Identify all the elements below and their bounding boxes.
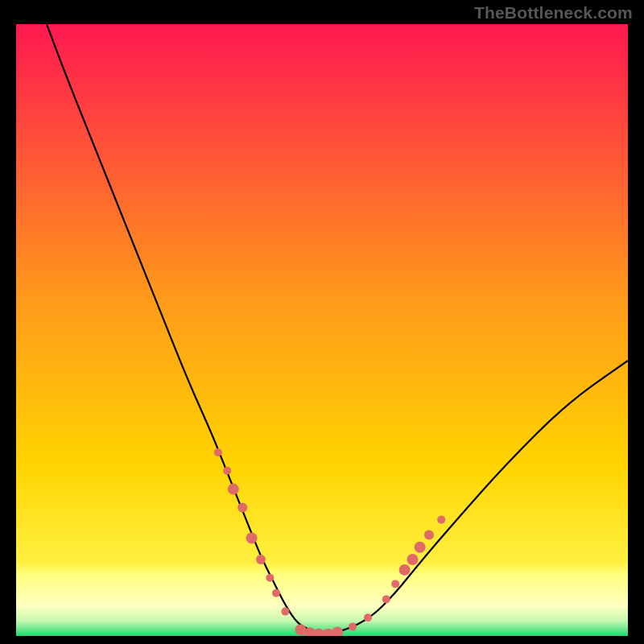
data-point: [391, 580, 399, 588]
watermark-text: TheBottleneck.com: [474, 3, 633, 23]
data-point: [281, 608, 289, 616]
data-point: [266, 574, 274, 582]
data-point: [223, 467, 231, 475]
chart-background: [16, 24, 628, 636]
data-point: [246, 532, 258, 543]
data-point: [399, 564, 411, 576]
data-point: [407, 554, 419, 565]
chart-frame: [16, 24, 628, 636]
data-point: [272, 589, 280, 597]
data-point: [437, 516, 445, 524]
data-point: [256, 555, 266, 564]
data-point: [382, 595, 390, 603]
data-point: [415, 542, 426, 553]
bottleneck-chart: [16, 24, 628, 636]
data-point: [237, 502, 247, 512]
data-point: [424, 530, 434, 540]
data-point: [214, 448, 222, 456]
data-point: [228, 484, 239, 495]
data-point: [349, 623, 357, 631]
data-point: [364, 613, 372, 621]
